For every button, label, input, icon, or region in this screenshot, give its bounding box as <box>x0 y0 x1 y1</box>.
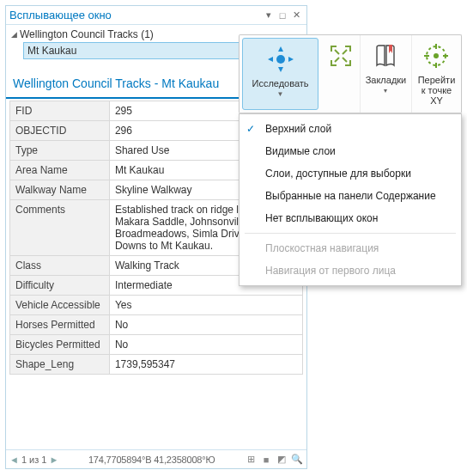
attr-key: Bicycles Permitted <box>10 335 110 355</box>
caret-down-icon: ◢ <box>11 30 20 39</box>
close-icon[interactable]: ✕ <box>289 9 303 21</box>
menu-item: Плоскостная навигация <box>240 237 461 259</box>
popup-header: Всплывающее окно ▾ □ ✕ <box>6 6 306 25</box>
menu-item-label: Верхний слой <box>265 123 331 135</box>
bookmarks-label: Закладки <box>366 73 407 85</box>
attr-key: Walkway Name <box>10 180 110 200</box>
ribbon: Исследовать ▼ Закладки ▾ <box>239 34 462 113</box>
attr-key: OBJECTID <box>10 121 110 141</box>
menu-item[interactable]: Выбранные на панели Содержание <box>240 185 461 207</box>
check-icon: ✓ <box>246 123 255 135</box>
tool-icon-b[interactable]: ■ <box>260 454 272 466</box>
svg-marker-3 <box>268 57 273 62</box>
tool-zoom-icon[interactable]: 🔍 <box>291 454 303 466</box>
attr-value: No <box>109 315 302 335</box>
prev-page-icon[interactable]: ◄ <box>9 455 19 465</box>
attr-key: Type <box>10 141 110 161</box>
menu-separator <box>245 233 456 234</box>
svg-marker-2 <box>278 67 283 72</box>
menu-item[interactable]: ✓Верхний слой <box>240 118 461 140</box>
tool-icon-c[interactable]: ◩ <box>276 454 288 466</box>
menu-item-label: Нет всплывающих окон <box>265 212 378 224</box>
popup-title: Всплывающее окно <box>9 9 262 21</box>
tree-node-label: Wellington Council Tracks (1) <box>20 28 154 40</box>
bookmarks-tool[interactable]: Закладки ▾ <box>361 35 412 113</box>
explore-tool[interactable]: Исследовать ▼ <box>242 38 318 110</box>
options-icon[interactable]: ▾ <box>262 9 276 21</box>
attr-key: FID <box>10 101 110 121</box>
float-icon[interactable]: □ <box>276 10 289 21</box>
attr-value: Yes <box>109 296 302 315</box>
zoom-full-icon <box>329 39 353 73</box>
svg-marker-1 <box>278 46 283 52</box>
next-page-icon[interactable]: ► <box>49 455 58 465</box>
svg-point-6 <box>434 53 439 58</box>
attr-key: Comments <box>10 200 110 256</box>
goto-xy-icon <box>423 39 449 73</box>
page-indicator: 1 из 1 <box>21 455 47 465</box>
goto-xy-tool[interactable]: Перейти к точке XY <box>412 35 461 113</box>
coordinates: 174,7705894°B 41,2358008°Ю <box>62 455 241 465</box>
menu-item[interactable]: Слои, доступные для выборки <box>240 162 461 185</box>
pager: ◄ 1 из 1 ► <box>9 455 58 465</box>
status-bar: ◄ 1 из 1 ► 174,7705894°B 41,2358008°Ю ⊞ … <box>6 449 306 468</box>
attr-key: Vehicle Accessible <box>10 296 110 315</box>
tool-icon-a[interactable]: ⊞ <box>245 454 257 466</box>
zoom-full-label <box>339 73 342 85</box>
menu-item-label: Выбранные на панели Содержание <box>265 190 436 202</box>
attr-value: 1739,595347 <box>109 355 302 375</box>
menu-item[interactable]: Видимые слои <box>240 140 461 162</box>
menu-item-label: Плоскостная навигация <box>265 242 379 254</box>
goto-xy-label: Перейти к точке XY <box>417 73 456 106</box>
explore-label: Исследовать <box>252 76 308 88</box>
svg-marker-4 <box>288 57 294 62</box>
attr-key: Class <box>10 256 110 276</box>
attr-key: Horses Permitted <box>10 315 110 335</box>
menu-item-label: Слои, доступные для выборки <box>265 168 411 180</box>
table-row: Vehicle AccessibleYes <box>10 296 303 315</box>
attr-value: No <box>109 335 302 355</box>
menu-item-label: Навигация от первого лица <box>265 265 396 277</box>
zoom-full-tool[interactable] <box>321 35 361 113</box>
bookmarks-dropdown-icon[interactable]: ▾ <box>384 87 387 95</box>
table-row: Horses PermittedNo <box>10 315 303 335</box>
explore-menu: ✓Верхний слойВидимые слоиСлои, доступные… <box>239 113 462 286</box>
menu-item-label: Видимые слои <box>265 145 336 157</box>
svg-point-0 <box>276 55 285 64</box>
table-row: Shape_Leng1739,595347 <box>10 355 303 375</box>
attr-key: Area Name <box>10 161 110 180</box>
menu-item: Навигация от первого лица <box>240 259 461 282</box>
tree-leaf-label: Mt Kaukau <box>27 45 76 57</box>
explore-dropdown-icon[interactable]: ▼ <box>277 90 284 98</box>
menu-item[interactable]: Нет всплывающих окон <box>240 207 461 229</box>
bookmarks-icon <box>373 39 398 73</box>
table-row: Bicycles PermittedNo <box>10 335 303 355</box>
attr-key: Shape_Leng <box>10 355 110 375</box>
attr-key: Difficulty <box>10 276 110 296</box>
explore-icon <box>266 42 295 76</box>
